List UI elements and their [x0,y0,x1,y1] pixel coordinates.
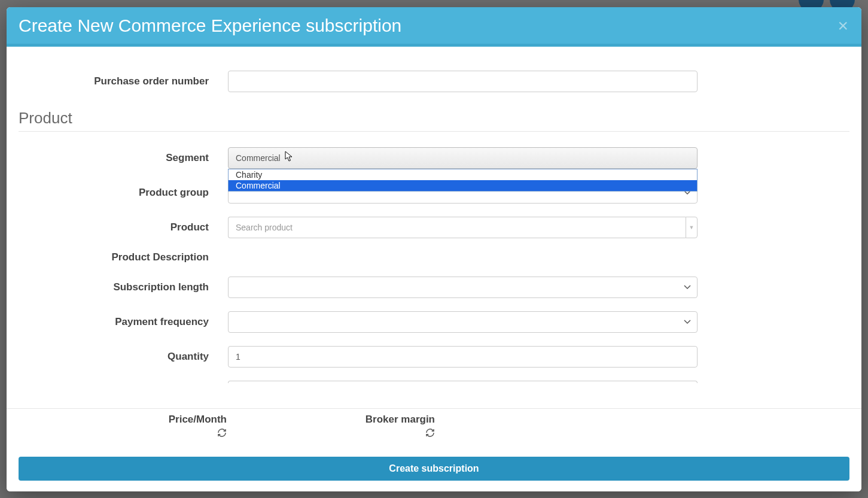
segment-option-charity[interactable]: Charity [229,169,697,180]
refresh-broker-icon[interactable] [425,428,435,440]
purchase-order-input[interactable] [228,71,698,92]
payment-frequency-select[interactable] [228,311,698,333]
section-divider [19,131,849,132]
label-product: Product [19,221,228,233]
create-subscription-modal: Create New Commerce Experience subscript… [7,7,861,491]
quantity-input[interactable] [228,346,698,368]
row-subscription-length: Subscription length [19,277,849,298]
broker-margin-block: Broker margin [227,414,435,440]
segment-select[interactable]: Commercial [228,147,698,169]
label-broker-margin: Broker margin [227,414,435,426]
modal-footer: Price/Month Broker margin Create subscri… [7,408,861,491]
label-product-description: Product Description [19,251,228,263]
label-purchase-order: Purchase order number [19,75,228,87]
row-purchase-order: Purchase order number [19,71,849,92]
price-month-block: Price/Month [19,414,227,440]
row-product-description: Product Description [19,251,849,263]
label-payment-frequency: Payment frequency [19,316,228,328]
product-search-input[interactable] [228,217,686,238]
refresh-price-icon[interactable] [217,428,227,440]
label-subscription-length: Subscription length [19,281,228,293]
row-quantity: Quantity [19,346,849,368]
modal-body: Purchase order number Product Segment Co… [7,47,861,408]
segment-dropdown: Charity Commercial [228,169,698,192]
row-cutoff [19,381,849,383]
label-segment: Segment [19,152,228,164]
modal-title: Create New Commerce Experience subscript… [19,16,837,36]
row-segment: Segment Commercial Charity Commercial [19,147,849,169]
modal-scroll-area[interactable]: Purchase order number Product Segment Co… [7,47,861,408]
subscription-length-select[interactable] [228,277,698,298]
label-quantity: Quantity [19,351,228,363]
row-payment-frequency: Payment frequency [19,311,849,333]
close-icon[interactable]: × [837,17,848,35]
section-heading-product: Product [19,109,849,127]
row-product: Product ▼ [19,217,849,238]
create-subscription-button[interactable]: Create subscription [19,457,849,481]
label-price-month: Price/Month [19,414,227,426]
segment-select-value: Commercial [236,153,281,163]
modal-header: Create New Commerce Experience subscript… [7,7,861,47]
segment-option-commercial[interactable]: Commercial [229,180,697,191]
product-search-caret-icon[interactable]: ▼ [686,217,698,238]
label-product-group: Product group [19,187,228,199]
